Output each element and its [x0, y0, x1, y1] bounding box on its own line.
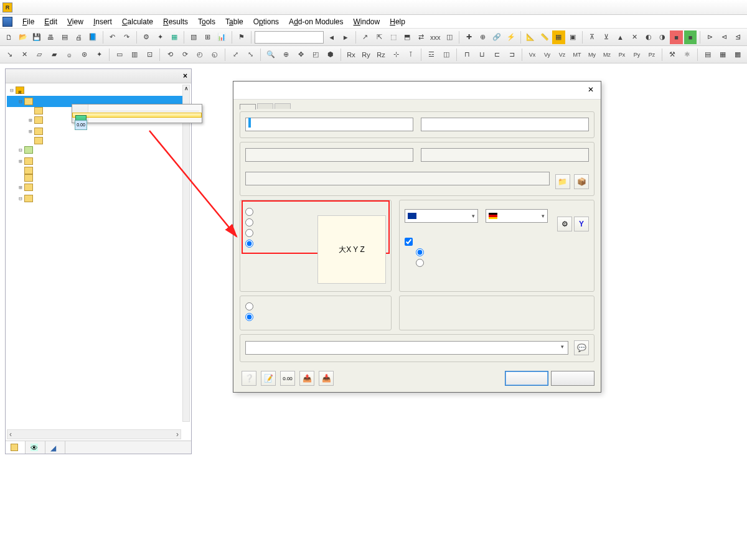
t23[interactable]: ⊲ — [718, 30, 731, 44]
input-model-name[interactable] — [245, 118, 413, 131]
t4[interactable]: ⬒ — [401, 30, 414, 44]
select-annex[interactable] — [486, 209, 548, 223]
menu-window[interactable]: Window — [349, 16, 385, 28]
zoom-icon[interactable]: 🔍 — [264, 48, 278, 62]
mz-icon[interactable]: Mz — [600, 48, 614, 62]
redo-icon[interactable]: ↷ — [120, 30, 133, 44]
input-project-name[interactable] — [245, 148, 413, 162]
tree-item[interactable]: ⊞ — [7, 156, 190, 167]
vz-icon[interactable]: Vz — [555, 48, 569, 62]
b24[interactable]: ⊐ — [505, 48, 519, 62]
b6[interactable]: ⊛ — [77, 48, 91, 62]
b1[interactable]: ↘ — [2, 48, 16, 62]
flag-icon[interactable]: ⚑ — [235, 30, 248, 44]
t21[interactable]: ■ — [684, 30, 697, 44]
t19[interactable]: ◑ — [656, 30, 669, 44]
b29[interactable]: ▩ — [731, 48, 745, 62]
input-comment[interactable] — [245, 341, 568, 355]
btn-project-1[interactable]: 📁 — [555, 174, 570, 189]
b3[interactable]: ▱ — [32, 48, 46, 62]
t10[interactable]: 📐 — [524, 30, 537, 44]
navigator-close-icon[interactable]: × — [183, 72, 187, 80]
menu-insert[interactable]: Insert — [88, 16, 117, 28]
vy-icon[interactable]: Vy — [540, 48, 554, 62]
tree-item[interactable]: ⊟ — [7, 193, 190, 204]
menu-help[interactable]: Help — [385, 16, 410, 28]
b19[interactable]: ☲ — [425, 48, 438, 62]
radio-downward[interactable] — [245, 313, 386, 321]
grid-icon[interactable]: ⊞ — [202, 30, 215, 44]
t15[interactable]: ⊻ — [600, 30, 613, 44]
b5[interactable]: ⌾ — [62, 48, 76, 62]
undo-icon[interactable]: ↶ — [106, 30, 120, 44]
b23[interactable]: ⊏ — [490, 48, 504, 62]
b10[interactable]: ⊡ — [143, 48, 156, 62]
ok-button[interactable] — [505, 371, 548, 386]
calc-icon[interactable]: ⚙ — [140, 30, 153, 44]
t22[interactable]: ⊳ — [703, 30, 716, 44]
rz-icon[interactable]: Rz — [374, 48, 388, 62]
menu-tools[interactable]: Tools — [193, 16, 220, 28]
mt-icon[interactable]: MT — [570, 48, 584, 62]
b7[interactable]: ✦ — [92, 48, 106, 62]
b18[interactable]: ⊺ — [404, 48, 418, 62]
tab-history[interactable] — [275, 103, 291, 109]
tree-item[interactable] — [7, 167, 190, 174]
b25[interactable]: ⚒ — [665, 48, 679, 62]
btn-project-2[interactable]: 📦 — [574, 174, 589, 189]
menu-table[interactable]: Table — [220, 16, 248, 28]
zoomw-icon[interactable]: ⊕ — [279, 48, 293, 62]
tree-item[interactable] — [7, 137, 190, 144]
btn-units-icon[interactable]: 0.00 — [280, 371, 295, 386]
t17[interactable]: ✕ — [628, 30, 641, 44]
book-icon[interactable]: 📘 — [87, 30, 100, 44]
tree-item[interactable] — [7, 174, 190, 182]
iso-icon[interactable]: ⬢ — [324, 48, 337, 62]
tree-item[interactable]: ⊞ — [7, 126, 190, 137]
b16[interactable]: ⤡ — [243, 48, 257, 62]
t2[interactable]: ⇱ — [373, 30, 386, 44]
input-description-1[interactable] — [421, 118, 589, 131]
pz-icon[interactable]: Pz — [645, 48, 659, 62]
b22[interactable]: ⊔ — [475, 48, 489, 62]
open-icon[interactable]: 📂 — [17, 30, 30, 44]
h-scroll[interactable]: ‹› — [7, 429, 181, 439]
new-icon[interactable]: 🗋 — [2, 30, 16, 44]
px-icon[interactable]: Px — [615, 48, 629, 62]
app-menu-icon[interactable] — [2, 17, 12, 27]
t7[interactable]: ◫ — [443, 30, 456, 44]
t5[interactable]: ⇄ — [415, 30, 428, 44]
t24[interactable]: ⊴ — [731, 30, 745, 44]
link-icon[interactable]: 🔗 — [491, 30, 504, 44]
btn-import-icon[interactable]: 📥 — [319, 371, 334, 386]
btn-comment-pick[interactable]: 💬 — [574, 340, 589, 355]
dialog-close-icon[interactable]: ✕ — [586, 85, 596, 95]
btn-help-icon[interactable]: ❔ — [242, 371, 256, 386]
menu-options[interactable]: Options — [248, 16, 284, 28]
t20[interactable]: ■ — [670, 30, 683, 44]
saveas-icon[interactable]: 🖶 — [45, 30, 58, 44]
green-icon[interactable]: ▦ — [168, 30, 181, 44]
menu-file[interactable]: File — [17, 16, 39, 28]
toolbar-combo[interactable] — [255, 31, 324, 44]
nav-tab-data[interactable] — [6, 441, 26, 454]
t9[interactable]: ⊕ — [477, 30, 490, 44]
pan-icon[interactable]: ✥ — [294, 48, 308, 62]
my-icon[interactable]: My — [585, 48, 599, 62]
menu-calculate[interactable]: Calculate — [117, 16, 158, 28]
tab-options[interactable] — [257, 103, 273, 109]
btn-export-icon[interactable]: 📤 — [299, 371, 314, 386]
radio-result-comb[interactable] — [416, 259, 589, 267]
b14[interactable]: ◵ — [208, 48, 222, 62]
nav-tab-views[interactable]: ◢ — [45, 441, 65, 454]
t1[interactable]: ↗ — [359, 30, 372, 44]
wizard-icon[interactable]: ✦ — [154, 30, 167, 44]
db-icon[interactable]: ▤ — [59, 30, 72, 44]
b13[interactable]: ◴ — [193, 48, 207, 62]
t12[interactable]: ▦ — [552, 30, 565, 44]
menu-results[interactable]: Results — [158, 16, 193, 28]
t6[interactable]: xxx — [429, 30, 442, 44]
ctx-go-to-table[interactable] — [72, 105, 202, 110]
cube-icon[interactable]: ◰ — [309, 48, 322, 62]
b27[interactable]: ▤ — [701, 48, 715, 62]
